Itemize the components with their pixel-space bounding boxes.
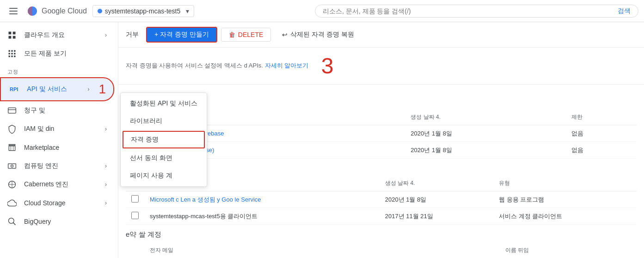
oauth-type: 웹 응용 프로그램	[493, 191, 637, 208]
key-date: 2020년 1월 8일	[405, 125, 566, 142]
sidebar-item-compute[interactable]: 컴퓨팅 엔진 ›	[0, 157, 114, 175]
search-button[interactable]: 검색	[618, 7, 631, 15]
banner-text: 자격 증명을 사용하여 서비스 설정에 액세스	[126, 62, 242, 69]
grid-icon	[7, 31, 17, 40]
cabernets-chevron-icon: ›	[105, 181, 107, 188]
overview-label: 클라우드 개요	[24, 31, 65, 39]
sidebar-item-billing[interactable]: 청구 및	[0, 101, 114, 120]
api-services-label: API 및 서비스	[27, 85, 67, 93]
pinned-section-label: 고정	[0, 63, 118, 77]
billing-label: 청구 및	[24, 106, 45, 115]
billing-icon	[7, 106, 17, 115]
create-credential-button[interactable]: + 자격 증명 만들기	[146, 27, 217, 43]
sidebar-item-marketplace[interactable]: Marketplace	[0, 138, 114, 157]
row-checkbox[interactable]	[131, 212, 139, 219]
trash-icon: 🗑	[229, 31, 235, 38]
service-accounts-section: e약 쌀 계정 전자 메일 이름 뒤임 전자 메일	[118, 225, 644, 258]
sidebar-item-bigquery[interactable]: BigQuery	[0, 212, 114, 231]
menu-button[interactable]	[6, 4, 21, 18]
key-date: 2020년 1월 8일	[405, 142, 566, 159]
delete-label: DELETE	[238, 31, 263, 38]
dropdown-item-library[interactable]: 라이브러리	[121, 112, 207, 130]
dropdown-item-consent[interactable]: 선서 동의 화면	[121, 149, 207, 167]
marketplace-icon	[7, 143, 17, 152]
cloud-logo-icon	[27, 6, 38, 17]
sidebar-item-cloud-storage[interactable]: Cloud Storage ›	[0, 194, 114, 212]
svg-point-18	[9, 218, 14, 224]
svg-line-19	[13, 223, 16, 225]
col-date: 생성 날짜 4.	[405, 110, 566, 125]
project-selector[interactable]: systemtestapp-mcas-test5 ▾	[92, 5, 194, 17]
key-limit: 없음	[566, 142, 637, 159]
col-email: 전자 메일	[144, 243, 500, 258]
google-cloud-logo: Google Cloud	[27, 6, 87, 17]
oauth-name: systemtestapp-mcas-test5용 클라이언트	[144, 208, 380, 225]
key-limit: 없음	[566, 125, 637, 142]
svg-rect-2	[9, 36, 12, 39]
sidebar-item-rpi-api[interactable]: RPI API 및 서비스 › 1	[0, 77, 114, 101]
learn-more-link[interactable]: 자세히 알아보기	[265, 62, 309, 69]
dropdown-item-active-api[interactable]: 활성화된 API 및 서비스	[121, 95, 207, 112]
oauth-date: 2017년 11월 21일	[380, 208, 493, 225]
sidebar-item-all-products[interactable]: 모든 제품 보기	[0, 44, 114, 63]
delete-button[interactable]: 🗑 DELETE	[221, 28, 271, 42]
col-name-back: 이름 뒤임	[500, 243, 637, 258]
svg-rect-9	[14, 53, 15, 54]
svg-rect-7	[9, 53, 10, 54]
rpi-prefix: RPI	[8, 86, 19, 92]
cloud-storage-icon	[7, 198, 17, 208]
col-limit: 제한	[566, 110, 637, 125]
sidebar-item-cabernets[interactable]: Cabernets 엔진 ›	[0, 175, 114, 194]
svg-rect-6	[14, 50, 15, 52]
svg-rect-12	[14, 55, 15, 57]
logo-text: Google Cloud	[42, 7, 87, 15]
svg-rect-8	[11, 53, 12, 54]
iam-chevron-icon: ›	[105, 126, 107, 132]
dropdown-menu: 활성화된 API 및 서비스 라이브러리 자격 증명 선서 동의 화면 페이지 …	[120, 92, 207, 187]
service-accounts-title: e약 쌀 계정	[126, 225, 637, 243]
sidebar-item-overview[interactable]: 클라우드 개요 ›	[0, 26, 114, 44]
dropdown-item-credentials[interactable]: 자격 증명	[123, 131, 205, 148]
sidebar: 클라우드 개요 › 모든 제품 보기 고정 RPI API 및 서비스 › 1 …	[0, 22, 118, 258]
apps-icon	[7, 49, 17, 58]
oauth-date: 2020년 1월 8일	[380, 191, 493, 208]
project-dot	[98, 9, 102, 13]
col-type: 유형	[493, 176, 637, 191]
table-row: systemtestapp-mcas-test5용 클라이언트 2017년 11…	[126, 208, 637, 225]
oauth-name-link[interactable]: Microsoft c Len a 생성됨 y Goo le Service	[150, 196, 261, 203]
svg-rect-10	[9, 55, 10, 57]
dropdown-item-page-usage[interactable]: 페이지 사용 계	[121, 167, 207, 184]
all-products-label: 모든 제품 보기	[24, 49, 67, 58]
api-chevron-icon: ›	[87, 86, 89, 92]
marketplace-label: Marketplace	[24, 144, 59, 151]
cloud-storage-chevron-icon: ›	[105, 200, 107, 206]
restore-label: 삭제된 자격 증명 복원	[290, 31, 354, 39]
svg-rect-13	[8, 108, 16, 113]
svg-rect-5	[11, 50, 12, 52]
svg-point-16	[11, 165, 13, 167]
step1-number: 1	[98, 82, 106, 97]
search-bar: 검색	[315, 5, 638, 18]
bigquery-label: BigQuery	[24, 218, 51, 225]
api-text: d APIs.	[244, 62, 263, 69]
shield-icon	[7, 124, 17, 134]
restore-button[interactable]: ↩ 삭제된 자격 증명 복원	[275, 28, 362, 42]
project-name: systemtestapp-mcas-test5	[105, 7, 180, 15]
row-checkbox[interactable]	[131, 195, 139, 203]
svg-rect-3	[13, 36, 16, 39]
svg-rect-15	[8, 164, 16, 168]
col-date: 생성 날짜 4.	[380, 176, 493, 191]
toolbar: 거부 + 자격 증명 만들기 🗑 DELETE ↩ 삭제된 자격 증명 복원	[118, 22, 644, 48]
compute-label: 컴퓨팅 엔진	[24, 162, 58, 170]
svg-rect-0	[9, 32, 12, 35]
table-row: Microsoft c Len a 생성됨 y Goo le Service 2…	[126, 191, 637, 208]
sidebar-item-iam[interactable]: IAM 및 din ›	[0, 120, 114, 138]
compute-chevron-icon: ›	[105, 163, 107, 169]
reject-label: 거부	[126, 31, 139, 39]
compute-icon	[7, 161, 17, 171]
iam-label: IAM 및 din	[24, 125, 54, 133]
info-banner: 자격 증명을 사용하여 서비스 설정에 액세스 d APIs. 자세히 알아보기…	[118, 48, 644, 85]
cabernets-label: Cabernets 엔진	[24, 180, 68, 189]
svg-rect-1	[13, 32, 16, 35]
search-input[interactable]	[323, 7, 614, 15]
